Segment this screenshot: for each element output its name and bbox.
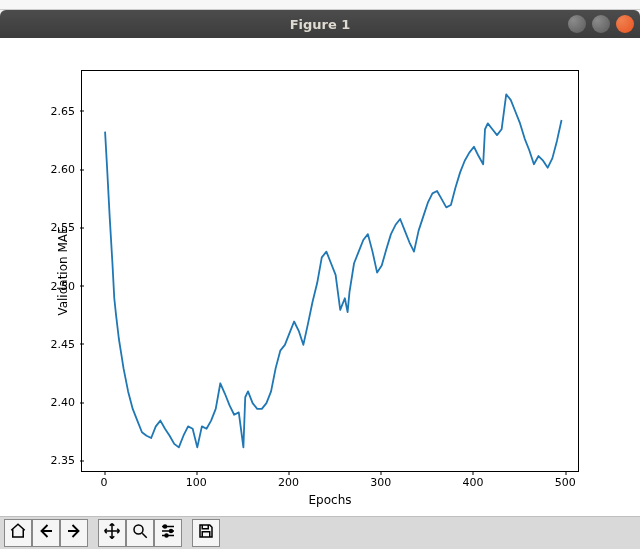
window-title: Figure 1 (6, 17, 634, 32)
x-tick-label: 200 (278, 476, 299, 489)
svg-point-1 (164, 525, 167, 528)
y-tick-label: 2.40 (35, 396, 75, 409)
x-tick-label: 500 (555, 476, 576, 489)
forward-button[interactable] (60, 519, 88, 547)
save-button[interactable] (192, 519, 220, 547)
magnify-icon (131, 522, 149, 544)
move-icon (103, 522, 121, 544)
svg-point-3 (165, 534, 168, 537)
y-tick-label: 2.65 (35, 104, 75, 117)
back-button[interactable] (32, 519, 60, 547)
zoom-button[interactable] (126, 519, 154, 547)
window-maximize-button[interactable] (592, 15, 610, 33)
plot-axes (81, 70, 579, 472)
window-titlebar: Figure 1 (0, 10, 640, 38)
pan-button[interactable] (98, 519, 126, 547)
x-tick-label: 0 (101, 476, 108, 489)
window-controls (568, 15, 634, 33)
y-tick-label: 2.60 (35, 163, 75, 176)
sliders-icon (159, 522, 177, 544)
matplotlib-toolbar (0, 516, 640, 549)
save-icon (197, 522, 215, 544)
background-remnant (0, 0, 640, 10)
window-close-button[interactable] (616, 15, 634, 33)
configure-subplots-button[interactable] (154, 519, 182, 547)
arrow-right-icon (65, 522, 83, 544)
arrow-left-icon (37, 522, 55, 544)
x-axis-label: Epochs (309, 493, 352, 507)
svg-point-0 (134, 525, 143, 534)
svg-point-2 (170, 530, 173, 533)
y-axis-label: Validation MAE (56, 226, 70, 315)
x-tick-label: 300 (370, 476, 391, 489)
window-minimize-button[interactable] (568, 15, 586, 33)
home-icon (9, 522, 27, 544)
x-tick-label: 400 (462, 476, 483, 489)
x-tick-label: 100 (186, 476, 207, 489)
y-tick-label: 2.45 (35, 337, 75, 350)
home-button[interactable] (4, 519, 32, 547)
line-plot (82, 71, 580, 473)
y-tick-label: 2.35 (35, 454, 75, 467)
figure-canvas: 2.352.402.452.502.552.602.65 01002003004… (0, 38, 640, 516)
